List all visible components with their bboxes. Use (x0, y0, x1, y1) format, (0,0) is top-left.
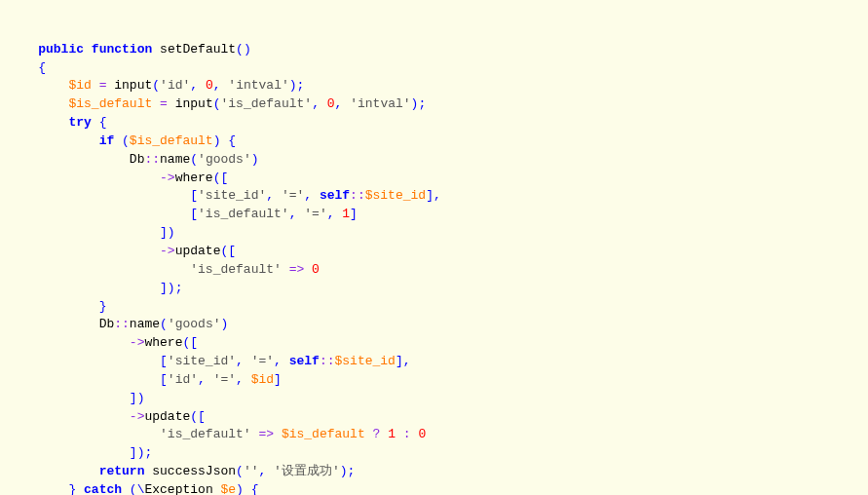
code-line[interactable]: { (8, 59, 868, 78)
code-line[interactable]: $is_default = input('is_default', 0, 'in… (8, 95, 868, 114)
code-line[interactable]: public function setDefault() (8, 41, 868, 59)
code-line[interactable]: ]); (8, 280, 868, 298)
code-line[interactable]: ['site_id', '=', self::$site_id], (8, 187, 868, 206)
code-line[interactable]: if ($is_default) { (8, 133, 868, 151)
code-line[interactable]: ->where([ (8, 334, 868, 353)
code-line[interactable]: ['site_id', '=', self::$site_id], (8, 353, 868, 371)
code-line[interactable]: } catch (\Exception $e) { (8, 481, 868, 495)
code-line[interactable]: } (8, 298, 868, 317)
code-line[interactable]: return successJson('', '设置成功'); (8, 463, 868, 481)
code-line[interactable]: ['is_default', '=', 1] (8, 206, 868, 224)
code-line[interactable]: try { (8, 114, 868, 133)
code-editor[interactable]: public function setDefault() { $id = inp… (0, 0, 868, 495)
code-line[interactable]: 'is_default' => 0 (8, 261, 868, 280)
code-block: public function setDefault() { $id = inp… (8, 41, 868, 495)
code-line[interactable]: $id = input('id', 0, 'intval'); (8, 77, 868, 95)
code-line[interactable]: ['id', '=', $id] (8, 371, 868, 390)
code-line[interactable]: ]) (8, 390, 868, 408)
code-line[interactable]: ->where([ (8, 170, 868, 188)
code-line[interactable]: ]) (8, 224, 868, 243)
code-line[interactable]: Db::name('goods') (8, 316, 868, 334)
code-line[interactable]: ->update([ (8, 408, 868, 427)
code-line[interactable]: ->update([ (8, 243, 868, 261)
code-line[interactable]: ]); (8, 444, 868, 463)
code-line[interactable]: Db::name('goods') (8, 151, 868, 170)
code-line[interactable]: 'is_default' => $is_default ? 1 : 0 (8, 426, 868, 444)
